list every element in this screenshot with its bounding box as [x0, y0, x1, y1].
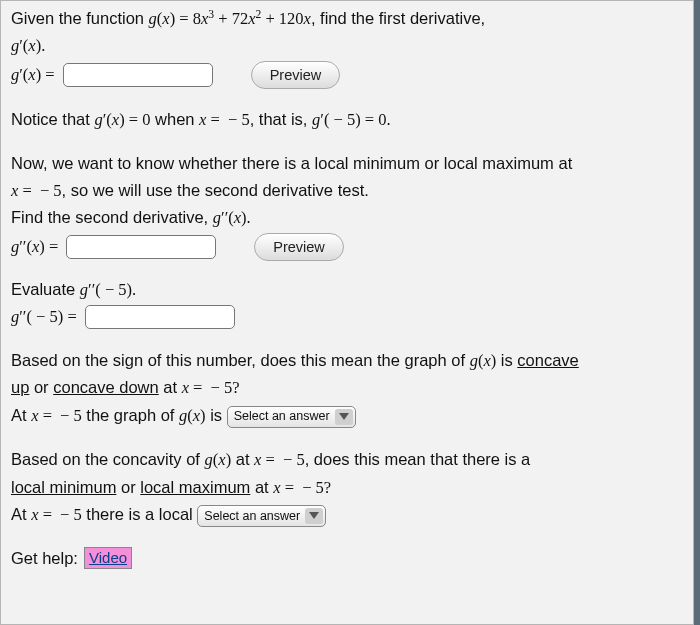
text: Based on the sign of this number, does t… [11, 351, 470, 369]
evaluate-row: g′′( − 5) = [11, 305, 683, 330]
video-link[interactable]: Video [84, 547, 132, 569]
text: , that is, [250, 110, 312, 128]
math-expr: g(x) [179, 406, 206, 425]
underline-text: concave down [53, 378, 159, 396]
text: Notice that [11, 110, 94, 128]
text: Based on the concavity of [11, 450, 205, 468]
text: at [231, 450, 254, 468]
answer-line: At x = − 5 there is a local Select an an… [11, 502, 683, 528]
math-expr: x = − 5? [182, 378, 240, 397]
preview-button[interactable]: Preview [251, 61, 341, 89]
first-derivative-row: g′(x) = Preview [11, 61, 683, 89]
math-expr: g(x) [205, 450, 232, 469]
text-line: x = − 5, so we will use the second deriv… [11, 178, 683, 204]
text: at [250, 478, 273, 496]
second-derivative-block: Now, we want to know whether there is a … [11, 151, 683, 261]
text: when [150, 110, 199, 128]
text: Given the function [11, 9, 149, 27]
text: there is a local [82, 505, 198, 523]
text: Find the second derivative, [11, 208, 213, 226]
svg-marker-0 [339, 413, 349, 420]
evaluate-input[interactable] [85, 305, 235, 329]
notice-block: Notice that g′(x) = 0 when x = − 5, that… [11, 107, 683, 133]
text-line: local minimum or local maximum at x = − … [11, 475, 683, 501]
math-expr: x = − 5 [254, 450, 305, 469]
underline-text: local maximum [140, 478, 250, 496]
text: At [11, 505, 31, 523]
underline-text: up [11, 378, 29, 396]
select-label: Select an answer [204, 507, 300, 526]
concavity-select[interactable]: Select an answer [227, 406, 356, 428]
local-block: Based on the concavity of g(x) at x = − … [11, 447, 683, 528]
math-expr: x = − 5 [199, 110, 250, 129]
select-label: Select an answer [234, 407, 330, 426]
preview-button[interactable]: Preview [254, 233, 344, 261]
text-line: up or concave down at x = − 5? [11, 375, 683, 401]
help-row: Get help: Video [11, 546, 683, 571]
text: Evaluate [11, 280, 80, 298]
question-panel: Given the function g(x) = 8x3 + 72x2 + 1… [0, 0, 694, 625]
svg-marker-1 [309, 512, 319, 519]
text-line: Evaluate g′′( − 5). [11, 277, 683, 303]
text: or [116, 478, 140, 496]
text: at [159, 378, 182, 396]
eq-label: g′′( − 5) = [11, 305, 77, 330]
math-expr: g′( − 5) = 0. [312, 110, 391, 129]
math-expr: x = − 5 [11, 181, 62, 200]
answer-line: At x = − 5 the graph of g(x) is Select a… [11, 403, 683, 429]
math-expr: x = − 5 [31, 505, 82, 524]
math-expr: g′(x). [11, 36, 45, 55]
math-expr: g′(x) = 0 [94, 110, 150, 129]
chevron-down-icon [305, 508, 323, 524]
second-derivative-row: g′′(x) = Preview [11, 233, 683, 261]
math-expr: x = − 5 [31, 406, 82, 425]
text: is [206, 406, 227, 424]
local-select[interactable]: Select an answer [197, 505, 326, 527]
evaluate-block: Evaluate g′′( − 5). g′′( − 5) = [11, 277, 683, 330]
text-line: Based on the concavity of g(x) at x = − … [11, 447, 683, 473]
text: or [29, 378, 53, 396]
eq-label: g′′(x) = [11, 235, 58, 260]
first-derivative-input[interactable] [63, 63, 213, 87]
underline-text: concave [517, 351, 578, 369]
help-label: Get help: [11, 546, 78, 571]
text: is [496, 351, 517, 369]
text: the graph of [82, 406, 179, 424]
intro-line1: Given the function g(x) = 8x3 + 72x2 + 1… [11, 5, 683, 31]
text: , so we will use the second derivative t… [62, 181, 369, 199]
math-expr: g′′(x). [213, 208, 251, 227]
math-expr: g(x) [470, 351, 497, 370]
eq-label: g′(x) = [11, 63, 55, 88]
second-derivative-input[interactable] [66, 235, 216, 259]
underline-text: local minimum [11, 478, 116, 496]
intro-line2: g′(x). [11, 33, 683, 59]
text: , does this mean that there is a [305, 450, 531, 468]
text-line: Based on the sign of this number, does t… [11, 348, 683, 374]
math-expr: g(x) = 8x3 + 72x2 + 120x [149, 9, 311, 28]
chevron-down-icon [335, 409, 353, 425]
concavity-block: Based on the sign of this number, does t… [11, 348, 683, 429]
text-line: Find the second derivative, g′′(x). [11, 205, 683, 231]
math-expr: x = − 5? [273, 478, 331, 497]
text: Now, we want to know whether there is a … [11, 151, 683, 176]
text: , find the first derivative, [311, 9, 485, 27]
math-expr: g′′( − 5). [80, 280, 136, 299]
text: At [11, 406, 31, 424]
